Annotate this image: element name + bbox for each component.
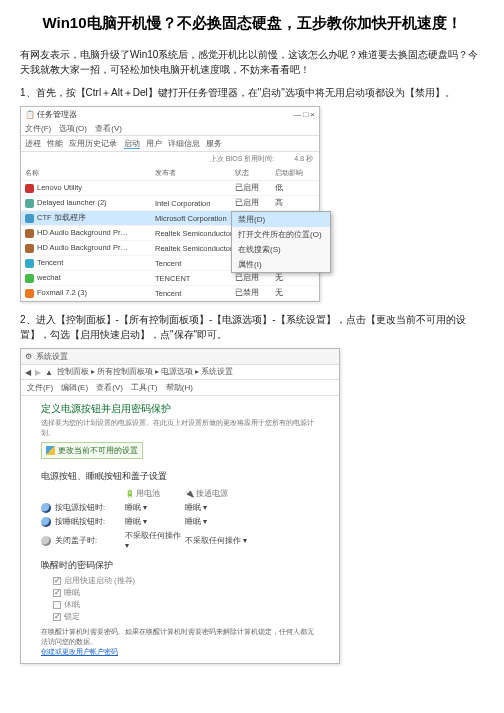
- opt-plugged-select[interactable]: 不采取任何操作 ▾: [185, 536, 319, 546]
- power-option-row: 按睡眠按钮时:睡眠 ▾睡眠 ▾: [41, 515, 319, 529]
- window-title: 📋 任务管理器: [25, 109, 77, 120]
- cell-publisher: Realtek Semiconductor: [155, 229, 235, 238]
- col-status[interactable]: 状态: [235, 168, 275, 178]
- tab[interactable]: 服务: [206, 139, 222, 148]
- cell-publisher: Tencent: [155, 289, 235, 298]
- section-password-title: 唤醒时的密码保护: [41, 560, 319, 572]
- tab[interactable]: 性能: [47, 139, 63, 148]
- menu-view[interactable]: 查看(V): [95, 124, 122, 133]
- tab[interactable]: 进程: [25, 139, 41, 148]
- step-2-text: 2、进入【控制面板】-【所有控制面板项】-【电源选项】-【系统设置】，点击【更改…: [20, 312, 484, 342]
- opt-plugged-select[interactable]: 睡眠 ▾: [185, 503, 319, 513]
- power-icon: [41, 536, 51, 546]
- change-unavailable-settings-link[interactable]: 更改当前不可用的设置: [41, 442, 143, 459]
- checkbox-icon: [53, 613, 61, 621]
- breadcrumb[interactable]: 控制面板 ▸ 所有控制面板项 ▸ 电源选项 ▸ 系统设置: [57, 367, 335, 377]
- opt-label: 关闭盖子时:: [55, 536, 125, 546]
- ctx-open-location[interactable]: 打开文件所在的位置(O): [232, 227, 330, 242]
- power-icon: [41, 503, 51, 513]
- table-row[interactable]: wechatTENCENT已启用无: [21, 271, 319, 286]
- shutdown-setting-checkbox[interactable]: 睡眠: [41, 587, 319, 599]
- opt-battery-select[interactable]: 睡眠 ▾: [125, 503, 185, 513]
- tab[interactable]: 详细信息: [168, 139, 200, 148]
- ctx-search-online[interactable]: 在线搜索(S): [232, 242, 330, 257]
- table-row[interactable]: Lenovo Utility已启用低: [21, 181, 319, 196]
- minimize-button[interactable]: —: [293, 110, 301, 119]
- tab[interactable]: 应用历史记录: [69, 139, 117, 148]
- column-headers: 🔋 用电池 🔌 接通电源: [41, 487, 319, 501]
- app-icon: [25, 229, 34, 238]
- menu-file[interactable]: 文件(F): [25, 124, 51, 133]
- tab-bar: 进程 性能 应用历史记录 启动 用户 详细信息 服务: [21, 136, 319, 152]
- intro-paragraph: 有网友表示，电脑升级了Win10系统后，感觉开机比以前慢，这该怎么办呢？难道要去…: [20, 47, 484, 77]
- cell-publisher: Tencent: [155, 259, 235, 268]
- col-name[interactable]: 名称: [25, 168, 155, 178]
- col-publisher[interactable]: 发布者: [155, 168, 235, 178]
- power-icon: [41, 517, 51, 527]
- column-headers: 名称 发布者 状态 启动影响: [21, 166, 319, 181]
- opt-plugged-select[interactable]: 睡眠 ▾: [185, 517, 319, 527]
- menu-bar: 文件(F) 选项(O) 查看(V): [21, 122, 319, 136]
- tab-startup[interactable]: 启动: [124, 139, 140, 149]
- nav-back-icon[interactable]: ◀: [25, 368, 31, 377]
- app-icon: [25, 199, 34, 208]
- window-title: 系统设置: [36, 351, 68, 362]
- app-icon: [25, 244, 34, 253]
- table-row[interactable]: Delayed launcher (2)Intel Corporation已启用…: [21, 196, 319, 211]
- ctx-disable[interactable]: 禁用(D): [232, 212, 330, 227]
- menu-help[interactable]: 帮助(H): [166, 383, 193, 392]
- checkbox-icon: [53, 589, 61, 597]
- shutdown-setting-checkbox[interactable]: 锁定: [41, 611, 319, 623]
- cell-impact: 高: [275, 198, 315, 208]
- screenshot-power-options: ⚙ 系统设置 ◀ ▶ ▲ 控制面板 ▸ 所有控制面板项 ▸ 电源选项 ▸ 系统设…: [20, 348, 340, 664]
- col-battery: 🔋 用电池: [125, 489, 185, 499]
- app-icon: [25, 184, 34, 193]
- context-menu: 禁用(D)打开文件所在的位置(O)在线搜索(S)属性(I): [231, 211, 331, 273]
- cell-status: 已禁用: [235, 288, 275, 298]
- cell-publisher: Microsoft Corporation: [155, 214, 235, 223]
- shutdown-setting-checkbox[interactable]: 休眠: [41, 599, 319, 611]
- tab[interactable]: 用户: [146, 139, 162, 148]
- cell-impact: 无: [275, 288, 315, 298]
- breadcrumb-bar: ◀ ▶ ▲ 控制面板 ▸ 所有控制面板项 ▸ 电源选项 ▸ 系统设置: [21, 365, 339, 380]
- opt-label: 按睡眠按钮时:: [55, 517, 125, 527]
- checkbox-icon: [53, 601, 61, 609]
- cell-status: 已启用: [235, 273, 275, 283]
- menu-view[interactable]: 查看(V): [96, 383, 123, 392]
- cell-publisher: TENCENT: [155, 274, 235, 283]
- menu-options[interactable]: 选项(O): [59, 124, 87, 133]
- window-titlebar: 📋 任务管理器 — □ ×: [21, 107, 319, 122]
- power-option-row: 关闭盖子时:不采取任何操作 ▾不采取任何操作 ▾: [41, 529, 319, 552]
- cell-status: 已启用: [235, 198, 275, 208]
- shield-icon: [46, 446, 55, 455]
- shutdown-setting-checkbox[interactable]: 启用快速启动 (推荐): [41, 575, 319, 587]
- col-plugged: 🔌 接通电源: [185, 489, 319, 499]
- bios-time: 上次 BIOS 所用时间:4.8 秒: [21, 152, 319, 166]
- page-heading: 定义电源按钮并启用密码保护: [41, 402, 319, 416]
- checkbox-icon: [53, 577, 61, 585]
- section-buttons-title: 电源按钮、睡眠按钮和盖子设置: [41, 471, 319, 483]
- menu-edit[interactable]: 编辑(E): [61, 383, 88, 392]
- create-password-link[interactable]: 创建或更改用户帐户密码: [41, 648, 118, 655]
- table-row[interactable]: Foxmail 7.2 (3)Tencent已禁用无: [21, 286, 319, 301]
- screenshot-task-manager: 📋 任务管理器 — □ × 文件(F) 选项(O) 查看(V) 进程 性能 应用…: [20, 106, 320, 302]
- menu-bar: 文件(F) 编辑(E) 查看(V) 工具(T) 帮助(H): [21, 380, 339, 396]
- app-icon: [25, 259, 34, 268]
- password-description: 在唤醒计算机时需要密码。如果在唤醒计算机时需要密码来解除计算机锁定，任何人都无法…: [41, 627, 319, 647]
- close-button[interactable]: ×: [310, 110, 315, 119]
- menu-tools[interactable]: 工具(T): [131, 383, 157, 392]
- col-impact[interactable]: 启动影响: [275, 168, 315, 178]
- nav-forward-icon[interactable]: ▶: [35, 368, 41, 377]
- menu-file[interactable]: 文件(F): [27, 383, 53, 392]
- cell-status: 已启用: [235, 183, 275, 193]
- nav-up-icon[interactable]: ▲: [45, 368, 53, 377]
- window-titlebar: ⚙ 系统设置: [21, 349, 339, 365]
- opt-battery-select[interactable]: 不采取任何操作 ▾: [125, 531, 185, 550]
- table-row[interactable]: CTF 加载程序Microsoft Corporation已禁用无禁用(D)打开…: [21, 211, 319, 226]
- cell-publisher: Intel Corporation: [155, 199, 235, 208]
- power-icon: ⚙: [25, 352, 32, 361]
- cell-publisher: Realtek Semiconductor: [155, 244, 235, 253]
- ctx-properties[interactable]: 属性(I): [232, 257, 330, 272]
- opt-battery-select[interactable]: 睡眠 ▾: [125, 517, 185, 527]
- maximize-button[interactable]: □: [303, 110, 308, 119]
